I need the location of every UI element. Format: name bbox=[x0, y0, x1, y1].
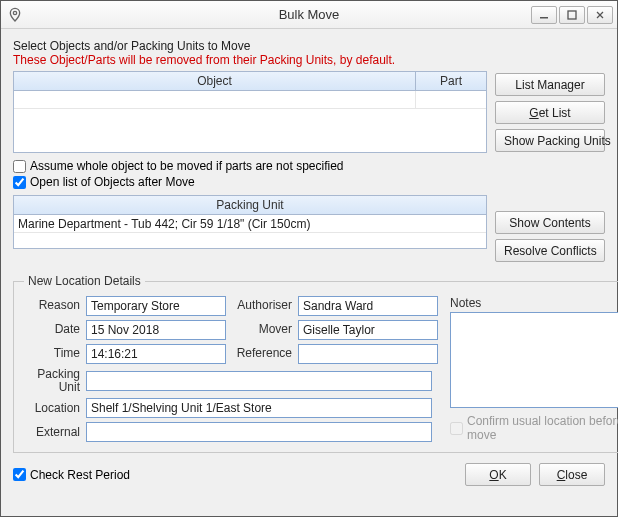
assume-whole-label: Assume whole object to be moved if parts… bbox=[30, 159, 344, 173]
authoriser-field[interactable] bbox=[298, 296, 438, 316]
reason-field[interactable] bbox=[86, 296, 226, 316]
show-contents-button[interactable]: Show Contents bbox=[495, 211, 605, 234]
object-cell[interactable] bbox=[14, 91, 416, 108]
location-label: Location bbox=[24, 402, 80, 415]
new-location-details-legend: New Location Details bbox=[24, 274, 145, 288]
column-header-packing-unit[interactable]: Packing Unit bbox=[14, 196, 486, 214]
reference-label: Reference bbox=[232, 347, 292, 360]
external-field[interactable] bbox=[86, 422, 432, 442]
table-row[interactable]: Marine Department - Tub 442; Cir 59 1/18… bbox=[14, 215, 486, 233]
open-list-after-checkbox[interactable] bbox=[13, 176, 26, 189]
notes-field[interactable] bbox=[450, 312, 618, 408]
notes-label: Notes bbox=[450, 296, 618, 310]
authoriser-label: Authoriser bbox=[232, 299, 292, 312]
warning-text: These Object/Parts will be removed from … bbox=[13, 53, 605, 67]
check-rest-period-checkbox[interactable] bbox=[13, 468, 26, 481]
column-header-object[interactable]: Object bbox=[14, 72, 416, 90]
maximize-button[interactable] bbox=[559, 6, 585, 24]
reference-field[interactable] bbox=[298, 344, 438, 364]
confirm-usual-label: Confirm usual location before move bbox=[467, 414, 618, 442]
get-list-button[interactable]: Get List bbox=[495, 101, 605, 124]
svg-point-0 bbox=[13, 11, 16, 14]
window-title: Bulk Move bbox=[1, 7, 617, 22]
close-button[interactable]: Close bbox=[539, 463, 605, 486]
new-location-details-group: New Location Details Reason Authoriser D… bbox=[13, 274, 618, 453]
packing-unit-field[interactable] bbox=[86, 371, 432, 391]
part-cell[interactable] bbox=[416, 91, 486, 108]
svg-rect-2 bbox=[568, 11, 576, 19]
time-label: Time bbox=[24, 347, 80, 360]
ok-button[interactable]: OK bbox=[465, 463, 531, 486]
location-field[interactable] bbox=[86, 398, 432, 418]
assume-whole-checkbox[interactable] bbox=[13, 160, 26, 173]
objects-grid[interactable]: Object Part bbox=[13, 71, 487, 153]
bulk-move-window: Bulk Move Select Objects and/or Packing … bbox=[0, 0, 618, 517]
close-window-button[interactable] bbox=[587, 6, 613, 24]
resolve-conflicts-button[interactable]: Resolve Conflicts bbox=[495, 239, 605, 262]
packing-unit-label: Packing Unit bbox=[24, 368, 80, 394]
show-packing-units-button[interactable]: Show Packing Units bbox=[495, 129, 605, 152]
check-rest-period-label: Check Rest Period bbox=[30, 468, 130, 482]
open-list-after-label: Open list of Objects after Move bbox=[30, 175, 195, 189]
titlebar[interactable]: Bulk Move bbox=[1, 1, 617, 29]
minimize-button[interactable] bbox=[531, 6, 557, 24]
svg-rect-1 bbox=[540, 17, 548, 19]
date-label: Date bbox=[24, 323, 80, 336]
instruction-text: Select Objects and/or Packing Units to M… bbox=[13, 39, 605, 53]
column-header-part[interactable]: Part bbox=[416, 72, 486, 90]
confirm-usual-checkbox bbox=[450, 422, 463, 435]
list-manager-button[interactable]: List Manager bbox=[495, 73, 605, 96]
table-row[interactable] bbox=[14, 91, 486, 109]
mover-label: Mover bbox=[232, 323, 292, 336]
mover-field[interactable] bbox=[298, 320, 438, 340]
packing-unit-cell[interactable]: Marine Department - Tub 442; Cir 59 1/18… bbox=[14, 215, 486, 232]
time-field[interactable] bbox=[86, 344, 226, 364]
location-pin-icon bbox=[7, 7, 23, 23]
reason-label: Reason bbox=[24, 299, 80, 312]
external-label: External bbox=[24, 426, 80, 439]
packing-unit-grid[interactable]: Packing Unit Marine Department - Tub 442… bbox=[13, 195, 487, 249]
date-field[interactable] bbox=[86, 320, 226, 340]
